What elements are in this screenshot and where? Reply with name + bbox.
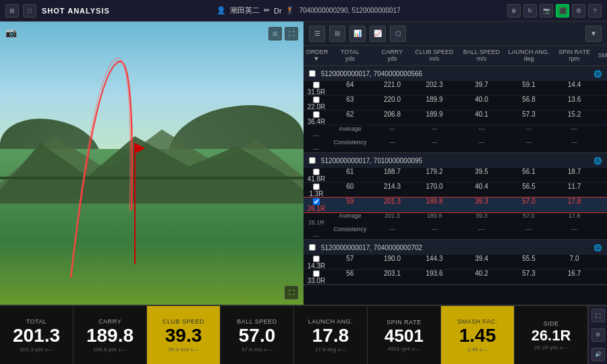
view-camera-icon: 📷 (5, 27, 17, 38)
stat-smash-value: 1.45 (459, 326, 496, 345)
row-64-ball-speed: 59.1 (505, 81, 552, 88)
settings-icon[interactable]: ⚙ (572, 4, 585, 18)
club-icon: 🏌 (286, 6, 295, 15)
expand-stats-icon[interactable]: ⛶ (591, 309, 605, 322)
stat-total-value: 201.3 (13, 326, 60, 345)
session-group-1: 5120000000017, 7040000000566 🌐 64 221.0 … (304, 66, 607, 153)
row-57-checkbox[interactable] (313, 255, 320, 262)
table-row[interactable]: 62 206.8 189.9 40.1 57.3 15.2 3992 1.43 … (304, 111, 607, 125)
row-62-carry: 189.9 (411, 111, 458, 118)
row-62-total: 206.8 (374, 111, 411, 118)
session-2-globe-icon[interactable]: 🌐 (594, 157, 602, 164)
right-panel-icons[interactable]: ⛶ ⚙ 🔊 (588, 306, 607, 364)
session-info: 👤 潮田英二 ✏ Dr 🏌 7040000000290, 51200000000… (115, 5, 502, 16)
fullscreen-icon[interactable]: ⛶ (285, 27, 298, 40)
row-56-checkbox[interactable] (313, 270, 320, 277)
camera-icon[interactable]: 📷 (540, 4, 553, 18)
top-bar: ⊞ □ SHOT ANALYSIS 👤 潮田英二 ✏ Dr 🏌 70400000… (0, 0, 607, 22)
session-group-3: 5120000000017, 7040000000702 🌐 57190.014… (304, 240, 607, 285)
expand-icon[interactable]: ⛶ (285, 286, 298, 299)
stat-smash: SMASH FAC. 1.45 1.45 ±--- (441, 306, 515, 364)
row-60-checkbox[interactable] (313, 183, 320, 190)
stat-side-value: 26.1R (531, 328, 571, 343)
data-toolbar: ☰ ⊞ 📊 📈 ⬡ ▼ (304, 22, 607, 46)
session-2-id: 5120000000017, 7010000000095 (321, 157, 422, 164)
user-name: 潮田英二 (230, 5, 260, 16)
table-row[interactable]: 60214.3170.040.456.511.718751.401.3R (304, 183, 607, 198)
data-scroll-area[interactable]: 5120000000017, 7040000000566 🌐 64 221.0 … (304, 66, 607, 305)
refresh-icon[interactable]: ↻ (523, 4, 537, 18)
row-64-checkbox[interactable] (313, 82, 320, 88)
row-63-spin: 2580 (596, 96, 607, 103)
top-right-controls[interactable]: ⊕ ↻ 📷 ⬛ ⚙ ? (507, 4, 602, 18)
row-63-club-speed: 40.0 (458, 96, 505, 103)
grid-view-icon[interactable]: ⊞ (329, 26, 345, 42)
window-controls[interactable]: ⊞ □ (5, 4, 36, 18)
session-3-id: 5120000000017, 7040000000702 (321, 244, 422, 251)
stat-side: SIDE 26.1R 26.1R yds ±--- (515, 306, 588, 364)
table-row[interactable]: 63 220.0 189.9 40.0 56.8 13.6 2580 1.42 … (304, 96, 607, 111)
session-1-globe-icon[interactable]: 🌐 (594, 70, 602, 78)
col-club-speed: CLUB SPEEDm/s (411, 49, 458, 63)
stat-carry-label: CARRY (98, 318, 121, 325)
row-61-checkbox[interactable] (313, 169, 320, 175)
table-row[interactable]: 64 221.0 202.3 39.7 59.1 14.4 3576 1.49 … (304, 81, 607, 96)
stat-total-label: TOTAL (26, 318, 47, 325)
session-header-3: 5120000000017, 7040000000702 🌐 (304, 240, 607, 255)
table-row[interactable]: 61188.7179.239.556.118.753011.4241.8R (304, 168, 607, 183)
row-63-checkbox[interactable] (313, 96, 320, 103)
golf-course-view: 📷 ⊞ ⛶ ⛶ (0, 22, 304, 305)
row-63-launch: 13.6 (552, 96, 596, 103)
stat-carry-sub: 189.8 yds ±--- (93, 346, 126, 353)
stat-launch-sub: 17.8 deg ±--- (315, 346, 346, 353)
row-63-order: 63 (326, 96, 374, 103)
table-row-selected[interactable]: 59 201.3 189.8 39.3 57.0 17.8 4501 1.45 … (304, 198, 607, 212)
col-order[interactable]: ORDER▼ (306, 49, 326, 63)
help-icon[interactable]: ? (588, 4, 602, 18)
row-64-side: 31.5R (306, 88, 326, 96)
stat-ball-speed: BALL SPEED 57.0 57.0 m/s ±--- (221, 306, 294, 364)
chart-icon[interactable]: 📊 (349, 26, 366, 42)
stat-smash-label: SMASH FAC. (457, 318, 498, 325)
session-1-id: 5120000000017, 7040000000566 (321, 70, 422, 78)
view-controls[interactable]: ⊞ ⛶ (268, 27, 298, 40)
session-1-checkbox[interactable] (309, 70, 316, 77)
club-type: Dr (274, 7, 282, 15)
session-3-globe-icon[interactable]: 🌐 (594, 244, 602, 251)
average-row: Average ------------------------ (304, 125, 607, 139)
col-ball-speed: BALL SPEEDm/s (458, 49, 505, 63)
stat-side-sub: 26.1R yds ±--- (534, 344, 569, 351)
filter-icon[interactable]: ▼ (585, 26, 602, 42)
table-row[interactable]: 57190.0144.339.455.57.028901.4114.3R (304, 255, 607, 270)
row-63-carry: 189.9 (411, 96, 458, 103)
layout-icon[interactable]: ⬛ (556, 4, 569, 18)
grid-icon[interactable]: ⊞ (268, 27, 282, 40)
average-row-2: Average 201.3189.839.357.017.845011.4526… (304, 212, 607, 226)
line-chart-icon[interactable]: 📈 (370, 26, 386, 42)
table-row[interactable]: 56203.1193.640.257.316.733341.4033.0R (304, 270, 607, 284)
stat-club-speed-value: 39.3 (165, 326, 202, 345)
stat-launch-value: 17.8 (312, 326, 349, 345)
session-3-checkbox[interactable] (309, 244, 316, 251)
row-59-checkbox[interactable] (313, 198, 320, 205)
col-carry: CARRYyds (374, 49, 411, 63)
settings-stats-icon[interactable]: ⚙ (591, 328, 605, 342)
stat-spin: SPIN RATE 4501 4501 rpm ±--- (368, 306, 441, 364)
stat-carry: CARRY 189.8 189.8 yds ±--- (74, 306, 147, 364)
shot-arc-svg (0, 22, 304, 305)
audio-icon[interactable]: 🔊 (591, 348, 605, 361)
share-icon[interactable]: ⊕ (507, 4, 521, 18)
stat-total: TOTAL 201.3 201.3 yds ±--- (0, 306, 74, 364)
row-64-spin: 3576 (596, 81, 607, 88)
stat-smash-sub: 1.45 ±--- (467, 346, 488, 353)
session-2-checkbox[interactable] (309, 157, 316, 164)
menu-icon[interactable]: ☰ (309, 26, 325, 42)
stat-ball-speed-label: BALL SPEED (237, 318, 277, 325)
view-bottom-controls[interactable]: ⛶ (285, 286, 298, 299)
row-63-side: 22.0R (306, 103, 326, 111)
scatter-icon[interactable]: ⬡ (390, 26, 406, 42)
row-62-checkbox[interactable] (313, 111, 320, 118)
app-icon[interactable]: ⊞ (5, 4, 19, 18)
row-62-order: 62 (326, 111, 374, 118)
minimize-button[interactable]: □ (23, 4, 36, 18)
